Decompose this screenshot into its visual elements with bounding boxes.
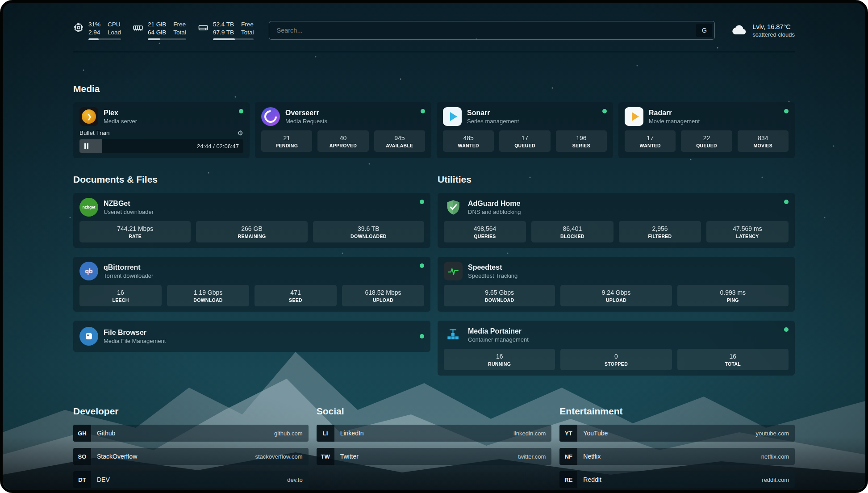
plex-progress-bar[interactable]: 24:44 / 02:06:47 [79, 139, 243, 153]
plex-now-playing: Bullet Train ⚙ 24:44 / 02:06:47 [73, 130, 250, 158]
cpu-usage-value: 31% [88, 21, 100, 28]
bookmark-github[interactable]: GH Github github.com [73, 425, 309, 442]
service-title: Plex [104, 109, 137, 117]
stat-wanted: 17 WANTED [625, 130, 676, 152]
memory-monitor: 21 GiB Free 64 GiB Total [133, 21, 186, 40]
service-title: Media Portainer [468, 327, 529, 336]
bookmark-name: Netflix [583, 453, 601, 460]
now-playing-title: Bullet Train [79, 130, 110, 136]
disk-total-label: Total [241, 29, 254, 36]
section-title-documents: Documents & Files [73, 174, 430, 185]
bookmark-dev[interactable]: DT DEV dev.to [73, 471, 309, 488]
cpu-load-value: 2.94 [88, 29, 100, 36]
service-card-portainer[interactable]: Media Portainer Container management 16 … [438, 321, 795, 376]
header-divider [73, 52, 795, 52]
service-card-sonarr[interactable]: Sonarr Series management 485 WANTED 17 Q… [437, 102, 613, 158]
bookmark-group-developer: Developer GH Github github.com SO StackO… [73, 406, 309, 493]
bookmark-abbr: LI [317, 425, 334, 442]
stat-rate: 744.21 Mbps RATE [79, 221, 191, 242]
status-dot [784, 327, 789, 332]
stat-running: 16 RUNNING [444, 349, 555, 370]
stat-download: 9.65 Gbps DOWNLOAD [444, 285, 555, 306]
service-card-nzbget[interactable]: nzbget NZBGet Usenet downloader 744.21 M… [73, 193, 430, 248]
service-card-adguard[interactable]: AdGuard Home DNS and adblocking 498,564 … [438, 193, 795, 248]
stat-latency: 47.569 ms LATENCY [706, 221, 789, 242]
service-subtitle: Media server [104, 117, 137, 125]
stat-queued: 22 QUEUED [681, 130, 732, 152]
bookmark-youtube[interactable]: YT YouTube youtube.com [559, 425, 795, 442]
stat-total: 16 TOTAL [677, 349, 789, 370]
disk-progress-bar [213, 38, 254, 40]
service-subtitle: Media Requests [285, 117, 327, 125]
stat-queued: 17 QUEUED [499, 130, 550, 152]
service-card-plex[interactable]: ❯ Plex Media server Bullet Train ⚙ [73, 102, 250, 158]
section-title-entertainment: Entertainment [559, 406, 795, 417]
stat-blocked: 86,401 BLOCKED [531, 221, 613, 242]
service-title: Overseerr [285, 109, 327, 117]
status-dot [421, 109, 425, 113]
bookmark-url: github.com [274, 430, 303, 437]
playback-time: 24:44 / 02:06:47 [197, 143, 239, 150]
stat-ping: 0.993 ms PING [677, 285, 789, 306]
section-documents: Documents & Files nzbget NZBGet Usenet d… [73, 174, 430, 361]
section-title-developer: Developer [73, 406, 309, 417]
bookmark-url: twitter.com [518, 453, 546, 460]
stat-upload: 9.24 Gbps UPLOAD [560, 285, 672, 306]
disk-monitor: 52.4 TB Free 97.9 TB Total [198, 21, 254, 40]
portainer-icon [444, 326, 463, 344]
bookmark-reddit[interactable]: RE Reddit reddit.com [559, 471, 795, 488]
cloud-icon [732, 25, 747, 36]
search-bar[interactable]: G [269, 21, 715, 40]
cpu-label: CPU [108, 21, 121, 28]
status-dot [784, 109, 789, 113]
pause-icon[interactable] [84, 143, 88, 149]
bookmark-abbr: SO [73, 448, 91, 465]
sonarr-icon [443, 107, 462, 126]
qbittorrent-icon: qb [79, 262, 98, 280]
service-subtitle: Torrent downloader [104, 272, 153, 280]
service-subtitle: Usenet downloader [104, 208, 154, 216]
service-subtitle: Series management [467, 117, 519, 125]
bookmark-stackoverflow[interactable]: SO StackOverflow stackoverflow.com [73, 448, 309, 465]
bookmark-linkedin[interactable]: LI LinkedIn linkedin.com [317, 425, 552, 442]
section-utilities: Utilities AdGuard Home [438, 174, 795, 384]
disk-free-value: 52.4 TB [213, 21, 234, 28]
stat-approved: 40 APPROVED [317, 130, 368, 152]
service-card-speedtest[interactable]: Speedtest Speedtest Tracking 9.65 Gbps D… [438, 257, 795, 312]
weather-condition: scattered clouds [752, 31, 795, 38]
service-title: qBittorrent [104, 263, 153, 272]
service-title: Speedtest [468, 263, 517, 272]
bookmark-name: DEV [97, 476, 110, 483]
memory-progress-bar [148, 38, 186, 40]
service-title: Sonarr [467, 109, 519, 117]
memory-total-label: Total [173, 29, 186, 36]
bookmark-name: StackOverflow [97, 453, 137, 460]
service-card-radarr[interactable]: Radarr Movie management 17 WANTED 22 QUE… [618, 102, 795, 158]
stat-pending: 21 PENDING [261, 130, 312, 152]
hard-drive-icon [198, 22, 209, 33]
bookmark-netflix[interactable]: NF Netflix netflix.com [559, 448, 795, 465]
memory-total-value: 64 GiB [148, 29, 166, 36]
cpu-load-label: Load [108, 29, 121, 36]
cpu-monitor: 31% CPU 2.94 Load [73, 21, 121, 40]
gear-icon[interactable]: ⚙ [238, 130, 243, 136]
service-card-filebrowser[interactable]: File Browser Media File Management [73, 321, 430, 352]
bookmark-url: dev.to [287, 476, 302, 483]
bookmark-url: youtube.com [756, 430, 789, 437]
radarr-icon [625, 107, 643, 126]
service-subtitle: Container management [468, 336, 529, 343]
service-card-qbittorrent[interactable]: qb qBittorrent Torrent downloader 16 LEE… [73, 257, 430, 312]
search-provider-button[interactable]: G [696, 24, 712, 37]
overseerr-icon [261, 107, 280, 126]
stat-upload: 618.52 Mbps UPLOAD [342, 285, 424, 306]
search-input[interactable] [275, 26, 696, 34]
dashboard-window: 31% CPU 2.94 Load 21 GiB [0, 0, 868, 493]
service-subtitle: DNS and adblocking [468, 208, 521, 216]
service-title: File Browser [104, 328, 166, 337]
bookmark-twitter[interactable]: TW Twitter twitter.com [317, 448, 552, 465]
stat-remaining: 266 GB REMAINING [196, 221, 307, 242]
service-card-overseerr[interactable]: Overseerr Media Requests 21 PENDING 40 A… [255, 102, 431, 158]
plex-icon: ❯ [79, 107, 98, 126]
bookmark-name: Reddit [583, 476, 601, 483]
top-bar: 31% CPU 2.94 Load 21 GiB [73, 3, 795, 40]
